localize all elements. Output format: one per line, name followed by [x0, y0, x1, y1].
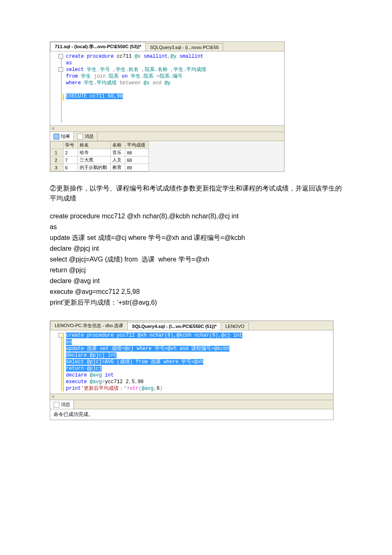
results-tab[interactable]: 结果: [50, 132, 74, 141]
results-header-row: 学号 姓名 名称 平均成绩: [51, 142, 149, 149]
table-row[interactable]: 2 7 三大黑 人文 68: [51, 156, 149, 164]
results-tab-strip: 结果 消息: [50, 132, 284, 141]
col-header: 姓名: [78, 142, 111, 149]
editor-tab-active[interactable]: 711.sql - (local).学...ovo-PC\E550C (53))…: [50, 42, 146, 51]
body-paragraph: ②更新操作，以学号、课程编号和考试成绩作参数更新指定学生和课程的考试成绩，并返回…: [50, 183, 342, 203]
messages-tab[interactable]: 消息: [50, 400, 74, 409]
messages-pane: 命令已成功完成。: [50, 409, 333, 420]
sql-code: create procedure cc711 @x smallint,@y sm…: [66, 53, 282, 124]
ssms-screenshot-1: 711.sql - (local).学...ovo-PC\E550C (53))…: [50, 42, 285, 172]
sql-editor[interactable]: - create procedure ycc712 @xh nchar(8),@…: [50, 330, 333, 394]
fold-box-icon[interactable]: -: [58, 54, 63, 59]
horizontal-scroll-hint[interactable]: <: [50, 394, 333, 400]
results-tab-strip: 消息: [50, 400, 333, 409]
ssms-screenshot-2: LENOVO-PC.学生信息 - dbo.选课 SQLQuery4.sql - …: [50, 320, 334, 420]
editor-tab-strip: LENOVO-PC.学生信息 - dbo.选课 SQLQuery4.sql - …: [50, 321, 333, 330]
messages-icon: [77, 134, 83, 139]
editor-tab-active[interactable]: SQLQuery4.sql - (l...vo-PC\E550C (51))*: [127, 322, 221, 330]
fold-box-icon[interactable]: -: [58, 67, 63, 72]
editor-gutter: -: [53, 332, 66, 392]
messages-tab[interactable]: 消息: [74, 132, 97, 141]
sql-editor[interactable]: - - create procedure cc711 @x smallint,@…: [50, 51, 284, 125]
sql-code: create procedure ycc712 @xh nchar(8),@kc…: [66, 332, 331, 392]
col-header: 名称: [111, 142, 125, 149]
editor-tab-strip: 711.sql - (local).学...ovo-PC\E550C (53))…: [50, 42, 284, 51]
editor-gutter: - -: [53, 53, 66, 124]
col-header: 学号: [63, 142, 78, 149]
col-header: 平均成绩: [125, 142, 149, 149]
table-row[interactable]: 1 2 哈市 音乐 88: [51, 149, 149, 156]
table-row[interactable]: 3 6 的王企鵝的鹅 教育 89: [51, 164, 149, 171]
editor-tab[interactable]: LENOVO: [221, 322, 249, 330]
code-listing: create procedure mcc712 @xh nchar(8),@kc…: [50, 211, 342, 308]
results-grid[interactable]: 学号 姓名 名称 平均成绩 1 2 哈市 音乐 88 2 7 三大黑 人文 68…: [50, 141, 149, 171]
horizontal-scroll-hint[interactable]: <: [50, 125, 284, 132]
editor-tab-inactive[interactable]: SQLQuery3.sql - (l...novo-PC\E55: [145, 43, 223, 51]
messages-icon: [54, 402, 59, 408]
results-grid-icon: [54, 134, 59, 139]
editor-tab[interactable]: LENOVO-PC.学生信息 - dbo.选课: [50, 321, 128, 330]
